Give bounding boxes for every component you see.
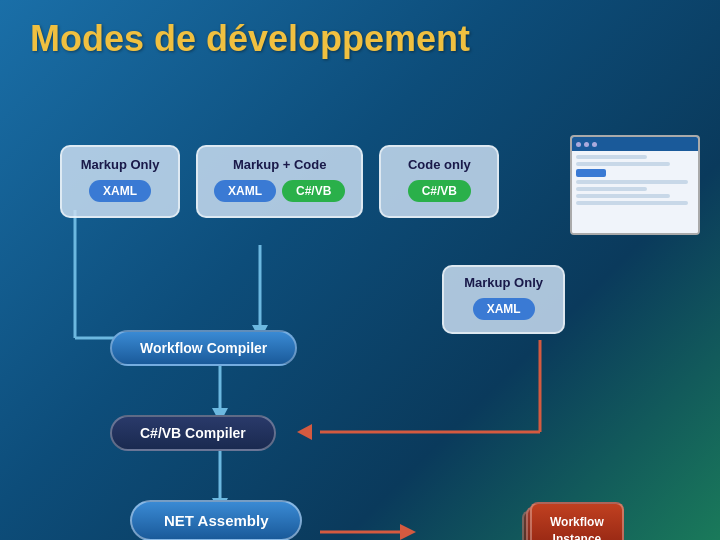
ss-button: [576, 169, 606, 177]
svg-marker-10: [297, 424, 312, 440]
mode-row: Markup Only XAML Markup + Code XAML C#/V…: [60, 145, 499, 218]
mode-title-markup-only: Markup Only: [81, 157, 160, 172]
diagram: Markup Only XAML Markup + Code XAML C#/V…: [0, 70, 720, 540]
csharp-compiler-label: C#/VB Compiler: [110, 415, 276, 451]
tag-csharp-2: C#/VB: [408, 180, 471, 202]
ss-body: [572, 151, 698, 233]
ss-line-2: [576, 162, 670, 166]
ss-line-6: [576, 201, 688, 205]
ss-line-3: [576, 180, 688, 184]
right-markup-only: Markup Only XAML: [442, 265, 565, 334]
net-assembly-label: NET Assembly: [130, 500, 302, 540]
net-assembly: NET Assembly: [130, 500, 302, 540]
mode-title-code-only: Code only: [408, 157, 471, 172]
tag-xaml-2: XAML: [214, 180, 276, 202]
ss-line-5: [576, 194, 670, 198]
wi-label: WorkflowInstance: [550, 515, 604, 540]
ss-titlebar: [572, 137, 698, 151]
mode-box-markup-only: Markup Only XAML: [60, 145, 180, 218]
right-markup-title: Markup Only: [464, 275, 543, 290]
csharp-compiler: C#/VB Compiler: [110, 415, 276, 451]
workflow-compiler-label: Workflow Compiler: [110, 330, 297, 366]
ss-line-1: [576, 155, 647, 159]
tag-csharp-1: C#/VB: [282, 180, 345, 202]
mode-box-markup-code: Markup + Code XAML C#/VB: [196, 145, 363, 218]
page-title: Modes de développement: [0, 0, 720, 70]
screenshot-mockup: [570, 135, 700, 235]
mode-box-code-only: Code only C#/VB: [379, 145, 499, 218]
workflow-instance-group: WorkflowInstance WorkflowInstance Workfl…: [530, 502, 630, 540]
tag-xaml-1: XAML: [89, 180, 151, 202]
workflow-compiler: Workflow Compiler: [110, 330, 297, 366]
mode-title-markup-code: Markup + Code: [233, 157, 327, 172]
ss-line-4: [576, 187, 647, 191]
wi-card-main: WorkflowInstance: [530, 502, 624, 540]
svg-marker-7: [400, 524, 416, 540]
right-markup-box: Markup Only XAML: [442, 265, 565, 334]
right-xaml-tag: XAML: [473, 298, 535, 320]
